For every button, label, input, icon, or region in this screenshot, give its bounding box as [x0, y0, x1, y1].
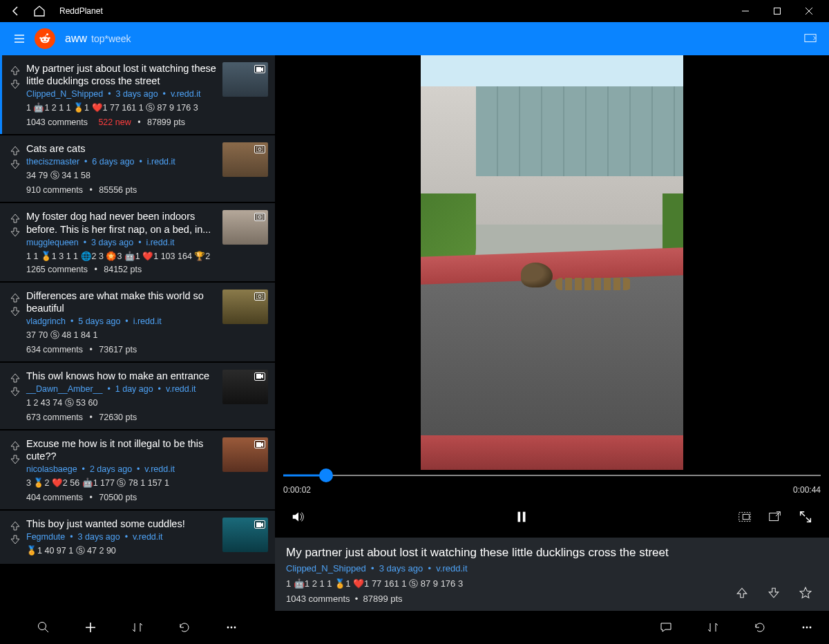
upvote-icon[interactable]	[10, 521, 20, 531]
post-thumbnail[interactable]	[222, 370, 268, 404]
upvote-icon[interactable]	[10, 66, 20, 75]
vote-column	[8, 62, 22, 127]
svg-rect-9	[256, 146, 263, 152]
post-awards: 3 🏅2 ❤️2 56 🤖1 177 Ⓢ 78 1 157 1	[26, 477, 217, 489]
post-list: My partner just about lost it watching t…	[0, 55, 275, 611]
post-meta: nicolasbaege • 2 days ago • v.redd.it	[26, 464, 217, 474]
post-thumbnail[interactable]	[222, 437, 268, 472]
photo-icon	[254, 292, 265, 301]
svg-rect-16	[256, 442, 261, 447]
popout-button[interactable]	[760, 502, 790, 532]
pause-icon	[514, 509, 529, 524]
hamburger-button[interactable]	[8, 28, 30, 50]
svg-point-29	[810, 627, 812, 629]
post-stats: 673 comments • 72630 pts	[26, 413, 217, 422]
downvote-icon[interactable]	[10, 79, 20, 89]
downvote-icon[interactable]	[10, 535, 20, 544]
more-viewer-button[interactable]	[800, 621, 814, 634]
svg-rect-22	[770, 513, 779, 521]
search-button[interactable]	[37, 621, 50, 634]
list-toolbar	[0, 611, 275, 644]
more-icon	[801, 621, 813, 634]
detail-meta: Clipped_N_Shipped • 3 days ago • v.redd.…	[286, 563, 735, 574]
post-item[interactable]: My partner just about lost it watching t…	[0, 55, 275, 134]
post-item[interactable]: Differences are what make this world so …	[0, 283, 275, 361]
downvote-button[interactable]	[767, 586, 781, 600]
upvote-button[interactable]	[735, 586, 749, 600]
upvote-icon[interactable]	[10, 441, 20, 451]
downvote-icon[interactable]	[10, 387, 20, 397]
upvote-icon[interactable]	[10, 146, 20, 155]
close-button[interactable]	[793, 0, 825, 22]
add-button[interactable]	[84, 621, 97, 634]
theater-button[interactable]	[730, 502, 760, 532]
seek-bar[interactable]	[283, 470, 821, 481]
maximize-icon	[774, 8, 781, 15]
downvote-icon[interactable]	[10, 455, 20, 464]
downvote-icon[interactable]	[10, 160, 20, 169]
fullscreen-button[interactable]	[790, 502, 821, 532]
video-frame	[421, 55, 683, 470]
downvote-icon[interactable]	[10, 227, 20, 237]
detail-awards: 1 🤖1 2 1 1 🏅1 ❤️1 77 161 1 Ⓢ 87 9 176 3	[286, 578, 735, 590]
play-pause-button[interactable]	[506, 502, 537, 532]
home-button[interactable]	[28, 0, 51, 22]
refresh-list-button[interactable]	[178, 621, 191, 634]
svg-point-4	[39, 37, 41, 39]
time-current: 0:00:02	[283, 485, 311, 495]
post-item[interactable]: This boy just wanted some cuddles! Fegmd…	[0, 511, 275, 564]
svg-point-26	[234, 627, 236, 629]
comment-icon	[660, 621, 672, 634]
maximize-button[interactable]	[761, 0, 793, 22]
video-icon	[254, 372, 265, 381]
post-meta: Fegmdute • 3 days ago • v.redd.it	[26, 532, 217, 542]
display-mode-button[interactable]	[804, 32, 821, 45]
svg-rect-15	[256, 374, 261, 379]
arrow-left-icon	[10, 6, 21, 17]
back-button[interactable]	[4, 0, 28, 22]
sort-viewer-button[interactable]	[706, 621, 720, 634]
favorite-button[interactable]	[799, 586, 812, 600]
detail-bar: My partner just about lost it watching t…	[275, 538, 829, 611]
video-icon	[254, 520, 265, 529]
post-item[interactable]: Excuse me how is it not illegal to be th…	[0, 430, 275, 509]
subreddit-name[interactable]: aww	[65, 32, 87, 45]
volume-button[interactable]	[283, 502, 314, 532]
post-item[interactable]: This owl knows how to make an entrance _…	[0, 363, 275, 429]
upvote-icon[interactable]	[10, 293, 20, 303]
upvote-icon[interactable]	[10, 373, 20, 383]
post-thumbnail[interactable]	[222, 518, 268, 552]
post-thumbnail[interactable]	[222, 62, 268, 97]
time-duration: 0:00:44	[793, 485, 821, 495]
app-title: ReddPlanet	[59, 6, 103, 16]
comments-button[interactable]	[659, 621, 673, 634]
vote-column	[8, 437, 22, 502]
vote-column	[8, 518, 22, 557]
theater-icon	[737, 509, 752, 524]
post-thumbnail[interactable]	[222, 142, 268, 177]
post-meta: vladgrinch • 5 days ago • i.redd.it	[26, 316, 217, 326]
plus-icon	[84, 621, 97, 634]
refresh-viewer-button[interactable]	[753, 621, 767, 634]
svg-point-2	[42, 39, 44, 40]
player-controls: 0:00:02 0:00:44	[283, 470, 821, 538]
post-thumbnail[interactable]	[222, 210, 268, 245]
post-thumbnail[interactable]	[222, 290, 268, 324]
post-item[interactable]: Cats are cats theciszmaster • 6 days ago…	[0, 135, 275, 202]
arrow-down-icon	[768, 587, 780, 599]
svg-rect-19	[523, 512, 526, 522]
video-area[interactable]: 0:00:02 0:00:44	[275, 55, 829, 538]
post-stats: 1265 comments • 84152 pts	[26, 265, 217, 274]
more-icon	[225, 621, 238, 634]
vote-column	[8, 210, 22, 274]
more-list-button[interactable]	[225, 621, 238, 634]
video-icon	[254, 440, 265, 448]
post-awards: 🏅1 40 97 1 Ⓢ 47 2 90	[26, 545, 217, 557]
minimize-button[interactable]	[730, 0, 761, 22]
downvote-icon[interactable]	[10, 307, 20, 316]
sort-label[interactable]: top*week	[91, 33, 131, 44]
sort-button[interactable]	[131, 621, 144, 634]
post-item[interactable]: My foster dog had never been indoors bef…	[0, 203, 275, 281]
upvote-icon[interactable]	[10, 214, 20, 223]
post-awards: 37 70 Ⓢ 48 1 84 1	[26, 330, 217, 341]
